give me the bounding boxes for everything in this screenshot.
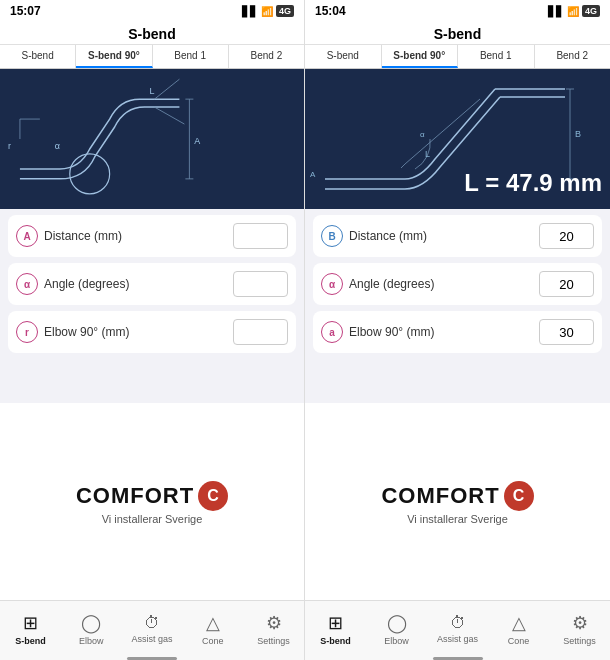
left-field-angle: α Angle (degrees) <box>8 263 296 305</box>
left-tabs-row: S-bend S-bend 90° Bend 1 Bend 2 <box>0 45 304 69</box>
left-title: S-bend <box>128 26 175 42</box>
left-field-distance: A Distance (mm) <box>8 215 296 257</box>
left-home-indicator <box>0 656 304 660</box>
svg-line-3 <box>154 79 179 99</box>
right-wifi-icon: 📶 <box>567 6 579 17</box>
left-logo: COMFORT C <box>76 481 228 511</box>
left-logo-area: COMFORT C Vi installerar Sverige <box>0 403 304 601</box>
left-nav-elbow[interactable]: ◯ Elbow <box>61 608 122 650</box>
left-badge-alpha: α <box>16 273 38 295</box>
right-logo-sub: Vi installerar Sverige <box>407 513 508 525</box>
left-wifi-icon: 📶 <box>261 6 273 17</box>
left-panel: 15:07 ▋▋ 📶 4G S-bend S-bend S-bend 90° B… <box>0 0 305 660</box>
left-nav-settings[interactable]: ⚙ Settings <box>243 608 304 650</box>
left-nav-cone[interactable]: △ Cone <box>182 608 243 650</box>
svg-text:L: L <box>425 149 430 159</box>
left-input-distance[interactable] <box>233 223 288 249</box>
right-nav-settings-label: Settings <box>563 636 596 646</box>
right-logo-c: C <box>504 481 534 511</box>
right-nav-cone-icon: △ <box>512 612 526 634</box>
left-fields-area: A Distance (mm) α Angle (degrees) r Elbo… <box>0 209 304 403</box>
right-input-elbow[interactable] <box>539 319 594 345</box>
left-nav-assist-icon: ⏱ <box>144 614 160 632</box>
right-tabs-row: S-bend S-bend 90° Bend 1 Bend 2 <box>305 45 610 69</box>
right-status-icons: ▋▋ 📶 4G <box>548 5 600 17</box>
right-nav-elbow[interactable]: ◯ Elbow <box>366 608 427 650</box>
right-home-bar <box>433 657 483 660</box>
left-nav-sbend-icon: ⊞ <box>23 612 38 634</box>
left-home-bar <box>127 657 177 660</box>
left-status-icons: ▋▋ 📶 4G <box>242 5 294 17</box>
right-nav-sbend-label: S-bend <box>320 636 351 646</box>
right-nav-elbow-icon: ◯ <box>387 612 407 634</box>
left-nav-elbow-icon: ◯ <box>81 612 101 634</box>
left-tab-sbend90[interactable]: S-bend 90° <box>76 45 152 68</box>
right-logo-name: COMFORT <box>381 483 499 509</box>
svg-line-4 <box>154 107 184 124</box>
svg-line-12 <box>405 99 480 164</box>
svg-text:B: B <box>575 129 581 139</box>
right-status-bar: 15:04 ▋▋ 📶 4G <box>305 0 610 22</box>
right-logo: COMFORT C <box>381 481 533 511</box>
right-home-indicator <box>305 656 610 660</box>
left-input-angle[interactable] <box>233 271 288 297</box>
right-diagram-area: A L B α L = 47.9 mm <box>305 69 610 209</box>
left-input-elbow[interactable] <box>233 319 288 345</box>
right-signal-icon: ▋▋ <box>548 6 564 17</box>
right-tab-sbend90[interactable]: S-bend 90° <box>382 45 459 68</box>
left-tab-sbend[interactable]: S-bend <box>0 45 76 68</box>
right-nav-assist-label: Assist gas <box>437 634 478 644</box>
left-bottom-nav: ⊞ S-bend ◯ Elbow ⏱ Assist gas △ Cone ⚙ S… <box>0 600 304 656</box>
left-nav-sbend[interactable]: ⊞ S-bend <box>0 608 61 650</box>
right-tab-bend1[interactable]: Bend 1 <box>458 45 535 68</box>
right-nav-sbend-icon: ⊞ <box>328 612 343 634</box>
svg-text:r: r <box>8 141 11 151</box>
right-badge-a: a <box>321 321 343 343</box>
left-logo-name: COMFORT <box>76 483 194 509</box>
right-nav-sbend[interactable]: ⊞ S-bend <box>305 608 366 650</box>
right-nav-settings[interactable]: ⚙ Settings <box>549 608 610 650</box>
right-tab-sbend[interactable]: S-bend <box>305 45 382 68</box>
left-nav-elbow-label: Elbow <box>79 636 104 646</box>
left-badge-a: A <box>16 225 38 247</box>
right-field-distance: B Distance (mm) <box>313 215 602 257</box>
svg-text:α: α <box>55 141 60 151</box>
right-field-angle: α Angle (degrees) <box>313 263 602 305</box>
right-badge-alpha: α <box>321 273 343 295</box>
left-badge-r: r <box>16 321 38 343</box>
right-bottom-nav: ⊞ S-bend ◯ Elbow ⏱ Assist gas △ Cone ⚙ S… <box>305 600 610 656</box>
right-input-distance[interactable] <box>539 223 594 249</box>
right-nav-cone[interactable]: △ Cone <box>488 608 549 650</box>
left-label-angle: Angle (degrees) <box>44 277 233 291</box>
left-logo-c: C <box>198 481 228 511</box>
left-signal-icon: ▋▋ <box>242 6 258 17</box>
left-tab-bend1[interactable]: Bend 1 <box>153 45 229 68</box>
left-nav-assist[interactable]: ⏱ Assist gas <box>122 610 183 648</box>
left-tab-bend2[interactable]: Bend 2 <box>229 45 304 68</box>
right-label-angle: Angle (degrees) <box>349 277 539 291</box>
right-nav-settings-icon: ⚙ <box>572 612 588 634</box>
left-time: 15:07 <box>10 4 41 18</box>
right-panel: 15:04 ▋▋ 📶 4G S-bend S-bend S-bend 90° B… <box>305 0 610 660</box>
left-battery-icon: 4G <box>276 5 294 17</box>
right-tab-bend2[interactable]: Bend 2 <box>535 45 611 68</box>
svg-point-0 <box>70 154 110 194</box>
svg-text:L: L <box>150 86 155 96</box>
left-field-elbow: r Elbow 90° (mm) <box>8 311 296 353</box>
right-battery-icon: 4G <box>582 5 600 17</box>
left-label-distance: Distance (mm) <box>44 229 233 243</box>
left-logo-sub: Vi installerar Sverige <box>102 513 203 525</box>
right-result-label: L = 47.9 mm <box>464 169 602 197</box>
right-badge-b: B <box>321 225 343 247</box>
left-nav-cone-icon: △ <box>206 612 220 634</box>
left-nav-assist-label: Assist gas <box>131 634 172 644</box>
left-title-bar: S-bend <box>0 22 304 45</box>
right-label-elbow: Elbow 90° (mm) <box>349 325 539 339</box>
svg-line-13 <box>401 164 405 168</box>
svg-text:A: A <box>310 170 316 179</box>
right-input-angle[interactable] <box>539 271 594 297</box>
right-nav-assist[interactable]: ⏱ Assist gas <box>427 610 488 648</box>
right-fields-area: B Distance (mm) α Angle (degrees) a Elbo… <box>305 209 610 403</box>
right-nav-elbow-label: Elbow <box>384 636 409 646</box>
left-nav-settings-label: Settings <box>257 636 290 646</box>
